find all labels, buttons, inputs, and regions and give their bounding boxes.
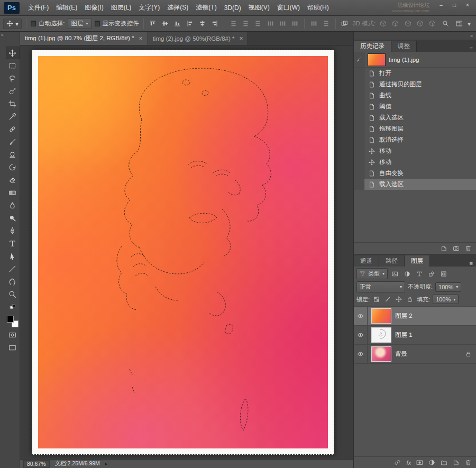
- auto-align-layers-button[interactable]: [340, 19, 350, 29]
- move-tool[interactable]: [6, 47, 20, 59]
- collapse-panels-icon[interactable]: »: [470, 33, 473, 39]
- history-step[interactable]: 曲线: [354, 90, 476, 101]
- quick-mask-button[interactable]: [6, 328, 20, 341]
- filter-shape-layers-icon[interactable]: [427, 269, 436, 278]
- history-step[interactable]: 自由变换: [354, 168, 476, 179]
- link-layers-button[interactable]: [394, 459, 401, 466]
- filter-smart-objects-icon[interactable]: [439, 269, 448, 278]
- filter-type-dropdown[interactable]: 类型 ▾: [356, 268, 388, 279]
- zoom-level-field[interactable]: 80.67%: [23, 460, 50, 468]
- lock-all-icon[interactable]: [406, 295, 414, 304]
- new-group-button[interactable]: [441, 459, 447, 466]
- history-snapshot-row[interactable]: timg (1).jpg: [354, 52, 476, 68]
- tab-adjustments[interactable]: 调整: [391, 41, 417, 52]
- layer-row-2[interactable]: 图层 2: [354, 307, 476, 326]
- minimize-button[interactable]: –: [435, 1, 447, 9]
- align-vertical-centers-button[interactable]: [160, 19, 170, 29]
- menu-select[interactable]: 选择(S): [163, 1, 192, 14]
- new-snapshot-button[interactable]: [453, 245, 460, 252]
- history-step[interactable]: 通过拷贝的图层: [354, 79, 476, 90]
- swap-colors-icon[interactable]: [6, 300, 20, 313]
- search-icon[interactable]: [440, 19, 451, 29]
- 3d-pan-icon[interactable]: [403, 19, 413, 29]
- canvas-viewport[interactable]: [20, 45, 353, 459]
- menu-3d[interactable]: 3D(D): [221, 2, 245, 14]
- document-tab-1[interactable]: timg (1).jpg @ 80.7% (图层 2, RGB/8#) * ×: [20, 32, 148, 45]
- history-step[interactable]: 移动: [354, 145, 476, 157]
- tab-history[interactable]: 历史记录: [354, 41, 391, 52]
- gradient-tool[interactable]: [6, 186, 20, 199]
- new-layer-button[interactable]: [453, 459, 460, 466]
- new-adjustment-layer-button[interactable]: [428, 459, 435, 466]
- align-right-edges-button[interactable]: [210, 19, 219, 29]
- panel-menu-icon[interactable]: ≡: [466, 260, 476, 267]
- foreground-color-swatch[interactable]: [7, 316, 14, 323]
- color-swatches[interactable]: [7, 316, 19, 327]
- align-horizontal-centers-button[interactable]: [197, 19, 207, 29]
- close-button[interactable]: ×: [461, 1, 474, 9]
- caret-down-icon[interactable]: ▾: [468, 20, 471, 27]
- history-step[interactable]: 打开: [354, 68, 476, 79]
- distribute-vertical-spacing-button[interactable]: [321, 19, 331, 29]
- menu-view[interactable]: 视图(V): [245, 1, 273, 14]
- document-canvas[interactable]: [32, 50, 334, 455]
- menu-help[interactable]: 帮助(H): [304, 1, 333, 14]
- crop-tool[interactable]: [6, 97, 20, 110]
- fill-dropdown[interactable]: 100% ▾: [433, 295, 459, 304]
- menu-image[interactable]: 图像(I): [81, 1, 107, 14]
- distribute-horizontal-spacing-button[interactable]: [309, 19, 318, 29]
- delete-layer-button[interactable]: [465, 459, 472, 466]
- auto-select-checkbox[interactable]: [31, 21, 36, 26]
- menu-edit[interactable]: 编辑(E): [52, 1, 81, 14]
- eraser-tool[interactable]: [6, 173, 20, 186]
- history-brush-source-well[interactable]: [354, 52, 364, 67]
- distribute-bottom-edges-button[interactable]: [253, 19, 263, 29]
- distribute-right-edges-button[interactable]: [290, 19, 300, 29]
- history-step[interactable]: 移动: [354, 157, 476, 168]
- rectangular-marquee-tool[interactable]: [6, 59, 20, 72]
- panel-menu-icon[interactable]: ≡: [466, 45, 476, 52]
- 3d-slide-icon[interactable]: [415, 19, 425, 29]
- layer-style-button[interactable]: fx: [406, 460, 411, 466]
- show-transform-checkbox[interactable]: [95, 21, 100, 26]
- history-step[interactable]: 阈值: [354, 101, 476, 112]
- auto-select-dropdown[interactable]: 图层 ▾: [68, 18, 92, 29]
- add-layer-mask-button[interactable]: [416, 459, 423, 466]
- path-selection-tool[interactable]: [6, 250, 20, 262]
- align-left-edges-button[interactable]: [185, 19, 195, 29]
- distribute-vertical-centers-button[interactable]: [241, 19, 250, 29]
- pen-tool[interactable]: [6, 224, 20, 237]
- filter-pixel-layers-icon[interactable]: [390, 269, 400, 278]
- menu-file[interactable]: 文件(F): [24, 1, 52, 14]
- blur-tool[interactable]: [6, 199, 20, 212]
- lock-image-pixels-icon[interactable]: [383, 295, 392, 304]
- spot-healing-brush-tool[interactable]: [6, 123, 20, 135]
- distribute-top-edges-button[interactable]: [228, 19, 238, 29]
- layer-visibility-eye[interactable]: [354, 345, 368, 363]
- new-document-from-state-button[interactable]: [441, 245, 447, 252]
- workspace-switcher-icon[interactable]: [454, 19, 464, 29]
- hand-tool[interactable]: [6, 275, 20, 288]
- zoom-tool[interactable]: [6, 288, 20, 300]
- quick-selection-tool[interactable]: [6, 85, 20, 97]
- layer-visibility-eye[interactable]: [354, 307, 368, 325]
- menu-layer[interactable]: 图层(L): [107, 1, 135, 14]
- layer-visibility-eye[interactable]: [354, 326, 368, 344]
- history-step[interactable]: 取消选择: [354, 134, 476, 145]
- filter-type-layers-icon[interactable]: [415, 269, 424, 278]
- lasso-tool[interactable]: [6, 72, 20, 85]
- menu-window[interactable]: 窗口(W): [273, 1, 304, 14]
- tab-channels[interactable]: 通道: [354, 255, 379, 267]
- blend-mode-dropdown[interactable]: 正常 ▾: [356, 281, 405, 292]
- filter-adjustment-layers-icon[interactable]: [402, 269, 412, 278]
- align-top-edges-button[interactable]: [148, 19, 158, 29]
- lock-position-icon[interactable]: [395, 295, 403, 304]
- 3d-rotate-icon[interactable]: [378, 19, 388, 29]
- expand-toolbar-icon[interactable]: »: [0, 32, 5, 39]
- eyedropper-tool[interactable]: [6, 110, 20, 123]
- history-step[interactable]: 拖移图层: [354, 123, 476, 134]
- menu-type[interactable]: 文字(Y): [135, 1, 163, 14]
- dodge-tool[interactable]: [6, 212, 20, 224]
- distribute-left-edges-button[interactable]: [266, 19, 275, 29]
- history-brush-tool[interactable]: [6, 161, 20, 173]
